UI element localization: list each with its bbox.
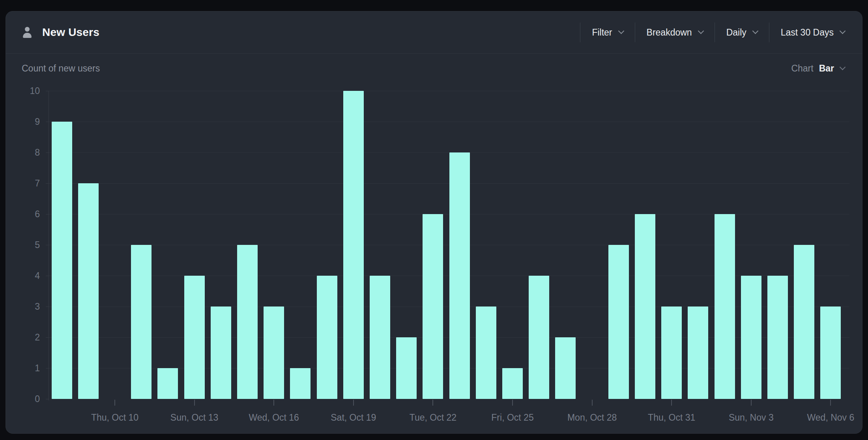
y-axis-tick-label: 7 xyxy=(6,177,40,189)
x-axis-tick-label: Fri, Oct 25 xyxy=(491,412,533,423)
chart-bar[interactable] xyxy=(211,306,231,399)
y-axis-tick xyxy=(46,214,49,214)
y-axis-tick xyxy=(46,306,49,307)
y-axis-tick-label: 4 xyxy=(6,270,40,282)
chart-bar[interactable] xyxy=(157,368,178,399)
chart-type-dropdown[interactable]: Chart Bar xyxy=(791,63,845,74)
x-axis-tick-label: Sat, Oct 19 xyxy=(331,412,376,423)
y-axis-tick-label: 3 xyxy=(6,301,40,312)
chart-bar[interactable] xyxy=(343,91,364,399)
user-icon-body xyxy=(23,33,32,38)
chart-bar[interactable] xyxy=(396,337,417,399)
y-axis-tick-label: 0 xyxy=(6,393,40,405)
new-users-card: New Users Filter Breakdown Daily xyxy=(6,11,862,434)
header-controls: Filter Breakdown Daily Last 30 Days xyxy=(580,11,845,53)
chart-toolbar: Count of new users Chart Bar xyxy=(6,54,862,83)
date-range-dropdown[interactable]: Last 30 Days xyxy=(781,27,845,38)
x-axis-tick-label: Thu, Oct 10 xyxy=(91,412,138,423)
y-axis-tick xyxy=(46,152,49,153)
card-header: New Users Filter Breakdown Daily xyxy=(6,11,862,54)
granularity-label: Daily xyxy=(726,27,746,38)
chart-bar[interactable] xyxy=(290,368,311,399)
chart-bar[interactable] xyxy=(184,276,205,399)
chart-bar[interactable] xyxy=(52,122,72,399)
filter-label: Filter xyxy=(592,27,612,38)
x-axis-tick xyxy=(512,400,513,406)
control-divider xyxy=(635,23,635,42)
chart-bar[interactable] xyxy=(608,245,629,399)
x-axis-tick xyxy=(273,400,274,406)
chart-bar[interactable] xyxy=(661,306,682,399)
chart-bar[interactable] xyxy=(635,214,655,399)
chart-bar[interactable] xyxy=(502,368,523,399)
x-axis-tick-label: Wed, Nov 6 xyxy=(807,412,855,423)
y-axis-tick xyxy=(46,276,49,276)
card-title: New Users xyxy=(42,26,99,39)
chevron-down-icon xyxy=(840,64,846,70)
y-axis-tick xyxy=(46,245,49,245)
y-axis-tick xyxy=(46,122,49,122)
chart-bar[interactable] xyxy=(131,245,152,399)
control-divider xyxy=(715,23,715,42)
chart-bar[interactable] xyxy=(715,214,735,399)
y-axis-tick xyxy=(46,337,49,338)
y-axis-tick-label: 10 xyxy=(6,85,40,97)
user-icon-head xyxy=(25,27,30,32)
chart-type-value: Bar xyxy=(819,63,834,74)
y-axis-line xyxy=(49,91,49,401)
x-axis-tick-label: Mon, Oct 28 xyxy=(567,412,617,423)
chart-bar[interactable] xyxy=(529,276,549,399)
x-axis-tick xyxy=(353,400,354,406)
gridline xyxy=(49,91,849,91)
chart-bar[interactable] xyxy=(264,306,284,399)
chevron-down-icon xyxy=(752,28,758,34)
chart-bar[interactable] xyxy=(476,306,496,399)
chart-bar[interactable] xyxy=(767,276,788,399)
chart-type-caption: Chart xyxy=(791,63,813,74)
filter-dropdown[interactable]: Filter xyxy=(592,27,623,38)
breakdown-label: Breakdown xyxy=(647,27,692,38)
y-axis-tick-label: 2 xyxy=(6,331,40,343)
card-title-group: New Users xyxy=(22,11,99,53)
chart-bar[interactable] xyxy=(555,337,576,399)
y-axis-tick xyxy=(46,399,49,399)
y-axis-tick-label: 5 xyxy=(6,239,40,251)
x-axis-tick xyxy=(751,400,752,406)
x-axis-tick xyxy=(114,400,115,406)
chevron-down-icon xyxy=(840,28,846,34)
y-axis-tick xyxy=(46,183,49,184)
gridline xyxy=(49,122,849,122)
x-axis-tick-label: Thu, Oct 31 xyxy=(648,412,695,423)
control-divider xyxy=(769,23,769,42)
chart-bar[interactable] xyxy=(741,276,761,399)
x-axis-tick xyxy=(432,400,433,406)
x-axis-tick-label: Tue, Oct 22 xyxy=(410,412,456,423)
x-axis-tick-label: Wed, Oct 16 xyxy=(249,412,299,423)
x-axis-tick xyxy=(830,400,831,406)
chart-bar[interactable] xyxy=(423,214,443,399)
chart-bar[interactable] xyxy=(794,245,814,399)
breakdown-dropdown[interactable]: Breakdown xyxy=(647,27,703,38)
date-range-label: Last 30 Days xyxy=(781,27,834,38)
chart-bar[interactable] xyxy=(820,306,841,399)
granularity-dropdown[interactable]: Daily xyxy=(726,27,758,38)
y-axis-tick-label: 6 xyxy=(6,208,40,220)
y-axis-tick xyxy=(46,368,49,369)
y-axis-tick xyxy=(46,91,49,91)
chevron-down-icon xyxy=(698,28,704,34)
chart-bar[interactable] xyxy=(449,152,470,399)
control-divider xyxy=(580,23,580,42)
page-background: New Users Filter Breakdown Daily xyxy=(0,0,868,440)
x-axis-tick xyxy=(671,400,672,406)
y-axis-tick-label: 9 xyxy=(6,116,40,128)
plot-area: Thu, Oct 10Sun, Oct 13Wed, Oct 16Sat, Oc… xyxy=(49,91,849,399)
chart-bar[interactable] xyxy=(688,306,708,399)
chevron-down-icon xyxy=(618,28,624,34)
chart-bar[interactable] xyxy=(78,183,99,399)
chart-bar[interactable] xyxy=(237,245,258,399)
x-axis-tick xyxy=(194,400,195,406)
chart-bar[interactable] xyxy=(317,276,337,399)
chart-bar[interactable] xyxy=(370,276,390,399)
y-axis-tick-label: 8 xyxy=(6,147,40,158)
x-axis-tick-label: Sun, Nov 3 xyxy=(729,412,774,423)
